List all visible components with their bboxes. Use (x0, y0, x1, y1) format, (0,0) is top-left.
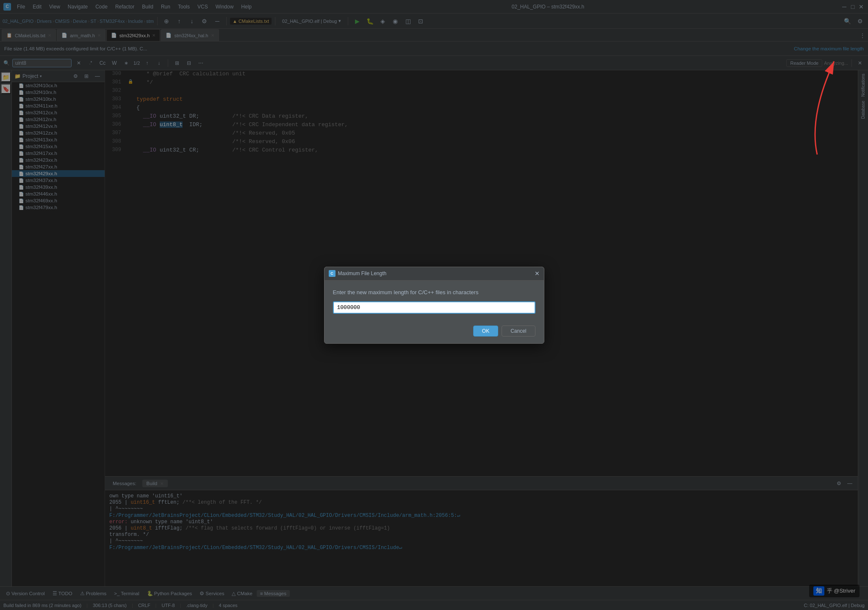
modal-title: Maximum File Length (338, 270, 532, 276)
modal-cancel-button[interactable]: Cancel (502, 326, 535, 337)
modal-app-icon: C (329, 270, 336, 277)
modal-buttons: OK Cancel (324, 320, 544, 343)
modal-dialog: C Maximum File Length ✕ Enter the new ma… (324, 267, 544, 344)
modal-body: Enter the new maximum length for C/C++ f… (324, 281, 544, 320)
modal-title-bar: C Maximum File Length ✕ (324, 267, 544, 281)
modal-overlay: C Maximum File Length ✕ Enter the new ma… (0, 0, 868, 610)
modal-ok-button[interactable]: OK (473, 326, 498, 337)
modal-description: Enter the new maximum length for C/C++ f… (333, 289, 535, 295)
max-file-length-input[interactable] (333, 301, 535, 314)
arrow-annotation (775, 40, 860, 159)
modal-close-button[interactable]: ✕ (535, 270, 540, 277)
